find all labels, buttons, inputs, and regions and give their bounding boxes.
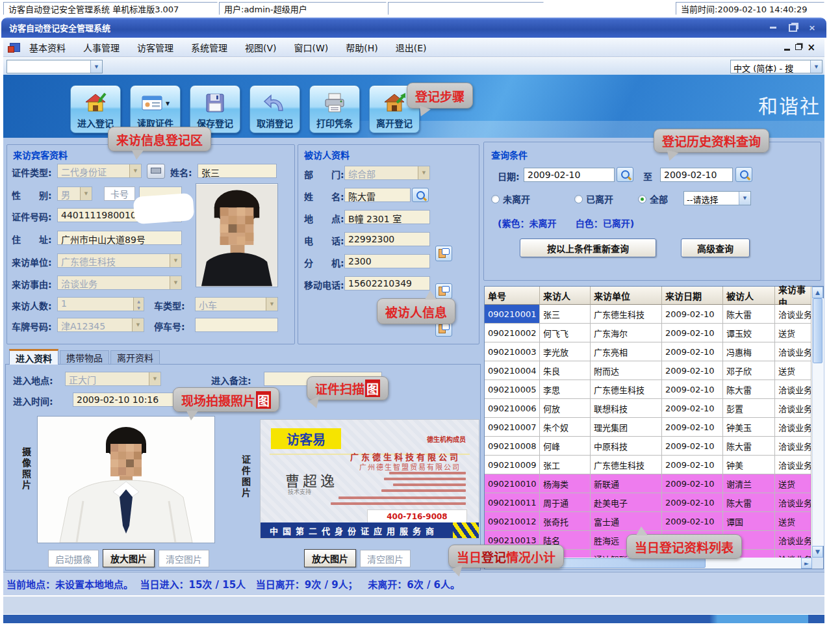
tab-entry-info[interactable]: 进入资料 bbox=[9, 349, 58, 365]
restore-icon[interactable] bbox=[785, 23, 800, 33]
close-icon[interactable]: × bbox=[804, 23, 820, 33]
visited-search-button[interactable] bbox=[412, 188, 429, 202]
filter-select[interactable]: --请选择▼ bbox=[683, 191, 751, 205]
zoom-card-button[interactable]: 放大图片 bbox=[304, 549, 356, 567]
address-field[interactable]: 广州市中山大道89号 bbox=[57, 231, 182, 245]
card-no-button[interactable]: 卡号 bbox=[104, 187, 135, 201]
tel-field[interactable]: 22992300 bbox=[344, 232, 430, 246]
mdi-minimize-icon[interactable] bbox=[784, 49, 790, 51]
table-row[interactable]: 090210010杨海类新联通2009-02-10谢清兰送货 bbox=[485, 474, 823, 493]
language-combo[interactable]: 中文 (简体) - 搜 ▼ bbox=[730, 60, 823, 73]
unit-select[interactable]: 广东德生科技▼ bbox=[57, 253, 182, 268]
table-row[interactable]: 090210007朱个奴理光集团2009-02-10钟美玉洽谈业务 bbox=[485, 418, 823, 437]
park-field[interactable] bbox=[195, 318, 278, 332]
menu-item-system[interactable]: 系统管理 bbox=[191, 41, 227, 54]
chevron-down-icon[interactable]: ▼ bbox=[810, 60, 822, 73]
tel-sms-button[interactable] bbox=[435, 246, 452, 261]
count-stepper[interactable]: 1 ▲▼ bbox=[57, 297, 144, 311]
car-type-select[interactable]: 小车▼ bbox=[195, 297, 278, 311]
callout-history-query: 登记历史资料查询 bbox=[654, 129, 769, 153]
gender-select[interactable]: 男▼ bbox=[57, 187, 92, 201]
table-row[interactable]: 090210008何峰中原科技2009-02-10陈大雷洽谈业务 bbox=[485, 437, 823, 456]
date-label: 日期: bbox=[498, 170, 520, 183]
menu-item-hr[interactable]: 人事管理 bbox=[83, 41, 120, 54]
advanced-query-button[interactable]: 高级查询 bbox=[681, 238, 750, 257]
table-row[interactable]: 090210002何飞飞广东海尔2009-02-10谭玉姣送货 bbox=[485, 324, 823, 342]
visitor-name-field[interactable]: 张三 bbox=[198, 164, 277, 178]
entry-time-field[interactable]: 2009-02-10 10:16 bbox=[73, 393, 175, 407]
date-to-field[interactable]: 2009-02-10 bbox=[660, 168, 733, 182]
menu-item-help[interactable]: 帮助(H) bbox=[346, 41, 377, 54]
date-to-picker-button[interactable] bbox=[735, 167, 752, 182]
callout-card-scan: 证件扫描图 bbox=[307, 376, 389, 400]
chevron-down-icon: ▼ bbox=[266, 298, 277, 311]
col-header[interactable]: 来访人 bbox=[540, 287, 591, 305]
date-from-field[interactable]: 2009-02-10 bbox=[524, 168, 615, 182]
scroll-up-icon[interactable]: ▲ bbox=[812, 287, 823, 298]
table-row[interactable]: 090210001张三广东德生科技2009-02-10陈大雷洽谈业务 bbox=[485, 305, 823, 324]
scroll-down-icon[interactable]: ▼ bbox=[812, 546, 823, 558]
col-header[interactable]: 被访人 bbox=[723, 287, 775, 305]
dept-select[interactable]: 综合部▼ bbox=[344, 166, 430, 180]
menu-item-window[interactable]: 窗口(W) bbox=[294, 41, 329, 54]
id-type-select[interactable]: 二代身份证▼ bbox=[57, 164, 142, 178]
query-groupbox bbox=[483, 142, 821, 281]
scroll-right-icon[interactable]: ► bbox=[801, 558, 812, 569]
radio-not-left[interactable]: 未离开 bbox=[491, 192, 530, 205]
table-row[interactable]: 090210006何放联想科技2009-02-10彭置洽谈业务 bbox=[485, 399, 823, 418]
date-from-picker-button[interactable] bbox=[617, 167, 633, 182]
radio-left[interactable]: 已离开 bbox=[574, 192, 613, 205]
menu-item-basic[interactable]: 基本资料 bbox=[29, 41, 66, 54]
visited-name-label: 姓 名: bbox=[304, 190, 344, 203]
v-scroll-thumb[interactable] bbox=[813, 298, 823, 363]
ext-field[interactable]: 2300 bbox=[344, 254, 430, 268]
tab-leave-info[interactable]: 离开资料 bbox=[110, 350, 160, 365]
cancel-register-button[interactable]: 取消登记 bbox=[249, 85, 300, 133]
ext-sms-button[interactable] bbox=[435, 283, 452, 299]
plate-select[interactable]: 津A12345▼ bbox=[57, 318, 144, 332]
chevron-down-icon[interactable]: ▼ bbox=[90, 60, 102, 73]
print-slip-button[interactable]: 打印凭条 bbox=[309, 85, 360, 133]
menu-item-view[interactable]: 视图(V) bbox=[245, 41, 277, 54]
table-row[interactable]: 090210005李思广东德生科技2009-02-10陈大雷洽谈业务 bbox=[485, 380, 823, 399]
table-row[interactable]: 090210012张奇托富士通2009-02-10谭国送货 bbox=[485, 512, 823, 531]
requery-button[interactable]: 按以上条件重新查询 bbox=[520, 238, 656, 257]
table-row[interactable]: 090210003李光放广东亮相2009-02-10冯惠梅洽谈业务 bbox=[485, 342, 823, 361]
chevron-down-icon: ▼ bbox=[129, 164, 141, 177]
tab-carried-items[interactable]: 携带物品 bbox=[60, 350, 109, 365]
col-header[interactable]: 单号 bbox=[485, 287, 540, 305]
table-row[interactable]: 090210004朱良附而达2009-02-10邓子欣送货 bbox=[485, 361, 823, 380]
entry-place-select[interactable]: 正大门▼ bbox=[65, 372, 161, 386]
mdi-restore-icon[interactable] bbox=[795, 44, 802, 50]
col-header[interactable]: 来访事由 bbox=[775, 287, 811, 305]
radio-selected-icon bbox=[638, 195, 646, 203]
menu-item-visitor[interactable]: 访客管理 bbox=[137, 41, 173, 54]
table-row[interactable]: 090210011周于通赴美电子2009-02-10陈大雷洽谈业务 bbox=[485, 493, 823, 512]
menu-item-exit[interactable]: 退出(E) bbox=[396, 41, 427, 54]
table-row[interactable]: 090210009张工广东德生科技2009-02-10钟美洽谈业务 bbox=[485, 456, 823, 474]
reason-select[interactable]: 洽谈业务▼ bbox=[57, 276, 182, 290]
bottom-strip bbox=[3, 615, 824, 623]
plate-label: 车牌号码: bbox=[12, 320, 52, 333]
mobile-field[interactable]: 15602210349 bbox=[344, 276, 430, 290]
minimize-icon[interactable] bbox=[765, 23, 781, 33]
read-id-button[interactable]: ▼ 读取证件 bbox=[130, 85, 181, 133]
clear-photo-button[interactable]: 清空图片 bbox=[159, 550, 209, 567]
quick-select-combo[interactable]: ▼ bbox=[6, 60, 103, 73]
visited-name-field[interactable]: 陈大雷 bbox=[344, 188, 411, 202]
clear-card-button[interactable]: 清空图片 bbox=[360, 550, 411, 567]
zoom-photo-button[interactable]: 放大图片 bbox=[103, 549, 155, 567]
enter-register-button[interactable]: 进入登记 bbox=[70, 85, 121, 133]
callout-daily-subtotal: 当日登记情况小计 bbox=[448, 545, 564, 568]
location-field[interactable]: B幢 2301 室 bbox=[344, 210, 430, 224]
radio-all[interactable]: 全部 bbox=[638, 192, 668, 205]
spin-up-icon[interactable]: ▲ bbox=[134, 298, 144, 304]
card-reader-button[interactable] bbox=[147, 164, 165, 179]
col-header[interactable]: 来访日期 bbox=[662, 287, 723, 305]
dropdown-arrow-icon[interactable]: ▼ bbox=[166, 101, 170, 107]
save-register-button[interactable]: 保存登记 bbox=[190, 85, 240, 133]
mdi-close-icon[interactable]: × bbox=[807, 44, 815, 51]
spin-down-icon[interactable]: ▼ bbox=[134, 304, 144, 311]
start-camera-button[interactable]: 启动摄像 bbox=[48, 550, 99, 567]
col-header[interactable]: 来访单位 bbox=[591, 287, 662, 305]
